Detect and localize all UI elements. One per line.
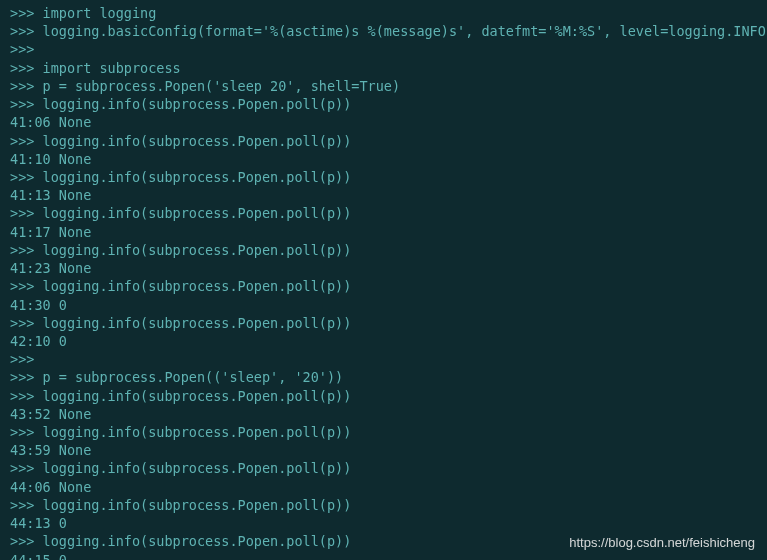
terminal-input-line: >>> logging.info(subprocess.Popen.poll(p…	[10, 95, 757, 113]
terminal-input-line: >>> logging.info(subprocess.Popen.poll(p…	[10, 277, 757, 295]
terminal-output-line: 44:06 None	[10, 478, 757, 496]
terminal-input-line: >>> logging.info(subprocess.Popen.poll(p…	[10, 459, 757, 477]
terminal-output-line: 41:30 0	[10, 296, 757, 314]
terminal-output-line: 43:52 None	[10, 405, 757, 423]
terminal-input-line: >>> logging.info(subprocess.Popen.poll(p…	[10, 168, 757, 186]
terminal-output-line: 44:13 0	[10, 514, 757, 532]
terminal-output[interactable]: >>> import logging>>> logging.basicConfi…	[10, 4, 757, 560]
terminal-input-line: >>> logging.info(subprocess.Popen.poll(p…	[10, 387, 757, 405]
terminal-input-line: >>> p = subprocess.Popen(('sleep', '20')…	[10, 368, 757, 386]
terminal-input-line: >>> logging.info(subprocess.Popen.poll(p…	[10, 496, 757, 514]
terminal-input-line: >>> logging.info(subprocess.Popen.poll(p…	[10, 241, 757, 259]
terminal-output-line: 41:10 None	[10, 150, 757, 168]
terminal-input-line: >>> logging.info(subprocess.Popen.poll(p…	[10, 314, 757, 332]
terminal-output-line: 42:10 0	[10, 332, 757, 350]
watermark-text: https://blog.csdn.net/feishicheng	[569, 534, 755, 552]
terminal-input-line: >>> import subprocess	[10, 59, 757, 77]
terminal-input-line: >>> import logging	[10, 4, 757, 22]
terminal-input-line: >>> logging.basicConfig(format='%(asctim…	[10, 22, 757, 40]
terminal-input-line: >>>	[10, 40, 757, 58]
terminal-output-line: 43:59 None	[10, 441, 757, 459]
terminal-input-line: >>> logging.info(subprocess.Popen.poll(p…	[10, 423, 757, 441]
terminal-output-line: 41:23 None	[10, 259, 757, 277]
terminal-output-line: 41:17 None	[10, 223, 757, 241]
terminal-input-line: >>> p = subprocess.Popen('sleep 20', she…	[10, 77, 757, 95]
terminal-input-line: >>> logging.info(subprocess.Popen.poll(p…	[10, 132, 757, 150]
terminal-output-line: 41:06 None	[10, 113, 757, 131]
terminal-input-line: >>> logging.info(subprocess.Popen.poll(p…	[10, 204, 757, 222]
terminal-input-line: >>>	[10, 350, 757, 368]
terminal-output-line: 41:13 None	[10, 186, 757, 204]
